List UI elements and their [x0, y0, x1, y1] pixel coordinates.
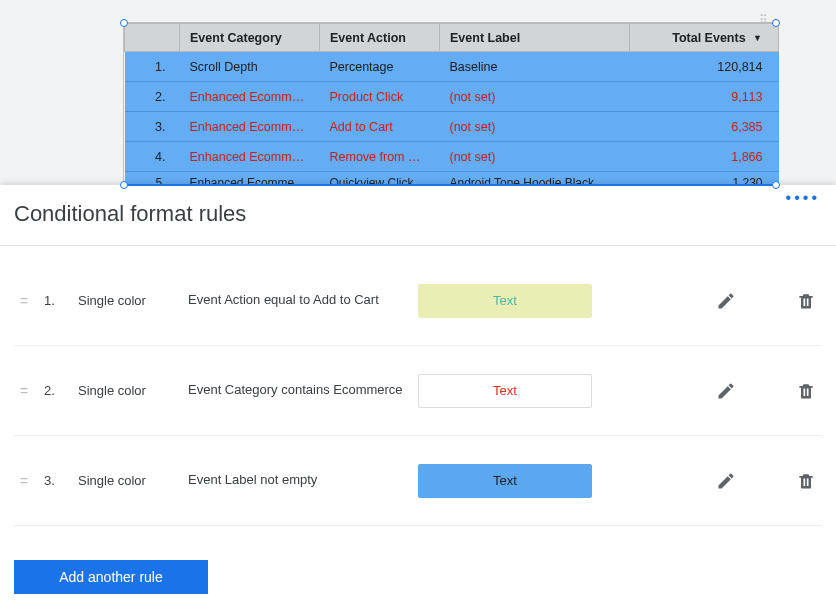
- cell-category: Scroll Depth: [180, 52, 320, 82]
- rule-row: =1.Single colorEvent Action equal to Add…: [14, 256, 822, 346]
- column-header-action[interactable]: Event Action: [320, 24, 440, 52]
- cell-total: 6,385: [630, 112, 779, 142]
- column-header-index[interactable]: [125, 24, 180, 52]
- rule-preview-swatch: Text: [418, 374, 592, 408]
- rule-number: 3.: [44, 473, 68, 488]
- rule-preview-swatch: Text: [418, 464, 592, 498]
- edit-rule-button[interactable]: [710, 465, 742, 497]
- table-row[interactable]: 4.Enhanced EcommerceRemove from Cart(not…: [125, 142, 779, 172]
- row-index: 4.: [125, 142, 180, 172]
- rule-row: =2.Single colorEvent Category contains E…: [14, 346, 822, 436]
- rule-number: 1.: [44, 293, 68, 308]
- cell-total: 120,814: [630, 52, 779, 82]
- selection-handle[interactable]: [772, 19, 780, 27]
- row-index: 2.: [125, 82, 180, 112]
- column-header-total-text: Total Events: [672, 31, 745, 45]
- rule-description: Event Label not empty: [188, 471, 408, 489]
- cell-action: Add to Cart: [320, 112, 440, 142]
- column-header-label[interactable]: Event Label: [440, 24, 630, 52]
- edit-rule-button[interactable]: [710, 375, 742, 407]
- cell-label: Baseline: [440, 52, 630, 82]
- conditional-format-panel: •••• Conditional format rules =1.Single …: [0, 185, 836, 603]
- sort-descending-icon: ▼: [753, 33, 762, 43]
- cell-total: 1,866: [630, 142, 779, 172]
- table-row[interactable]: 2.Enhanced EcommerceProduct Click(not se…: [125, 82, 779, 112]
- rule-type: Single color: [78, 293, 178, 308]
- cell-action: Remove from Cart: [320, 142, 440, 172]
- rule-type: Single color: [78, 383, 178, 398]
- delete-rule-button[interactable]: [790, 465, 822, 497]
- rule-description: Event Category contains Ecommerce: [188, 381, 408, 399]
- data-table: Event Category Event Action Event Label …: [124, 23, 779, 202]
- row-index: 3.: [125, 112, 180, 142]
- table-header-row: Event Category Event Action Event Label …: [125, 24, 779, 52]
- table-row[interactable]: 1.Scroll DepthPercentageBaseline120,814: [125, 52, 779, 82]
- table-row[interactable]: 3.Enhanced EcommerceAdd to Cart(not set)…: [125, 112, 779, 142]
- drag-handle-icon[interactable]: =: [14, 383, 34, 399]
- drag-grip-icon[interactable]: ⠿: [759, 13, 770, 27]
- cell-category: Enhanced Ecommerce: [180, 142, 320, 172]
- cell-label: (not set): [440, 112, 630, 142]
- selection-handle[interactable]: [120, 19, 128, 27]
- row-index: 1.: [125, 52, 180, 82]
- cell-total: 9,113: [630, 82, 779, 112]
- column-header-category[interactable]: Event Category: [180, 24, 320, 52]
- cell-label: (not set): [440, 82, 630, 112]
- column-header-total[interactable]: Total Events ▼: [630, 24, 779, 52]
- panel-title: Conditional format rules: [0, 185, 836, 245]
- rule-type: Single color: [78, 473, 178, 488]
- rule-preview-swatch: Text: [418, 284, 592, 318]
- cell-category: Enhanced Ecommerce: [180, 82, 320, 112]
- delete-rule-button[interactable]: [790, 285, 822, 317]
- drag-handle-icon[interactable]: =: [14, 473, 34, 489]
- panel-more-icon[interactable]: ••••: [786, 189, 820, 207]
- add-rule-button[interactable]: Add another rule: [14, 560, 208, 594]
- cell-category: Enhanced Ecommerce: [180, 112, 320, 142]
- selection-handle[interactable]: [772, 181, 780, 189]
- data-table-chart[interactable]: ⠿ Event Category Event Action Event Labe…: [123, 22, 777, 203]
- rules-list: =1.Single colorEvent Action equal to Add…: [0, 246, 836, 526]
- drag-handle-icon[interactable]: =: [14, 293, 34, 309]
- selection-divider[interactable]: [124, 184, 776, 186]
- cell-label: (not set): [440, 142, 630, 172]
- cell-action: Percentage: [320, 52, 440, 82]
- edit-rule-button[interactable]: [710, 285, 742, 317]
- cell-action: Product Click: [320, 82, 440, 112]
- delete-rule-button[interactable]: [790, 375, 822, 407]
- selection-handle[interactable]: [120, 181, 128, 189]
- rule-number: 2.: [44, 383, 68, 398]
- rule-description: Event Action equal to Add to Cart: [188, 291, 408, 309]
- rule-row: =3.Single colorEvent Label not emptyText: [14, 436, 822, 526]
